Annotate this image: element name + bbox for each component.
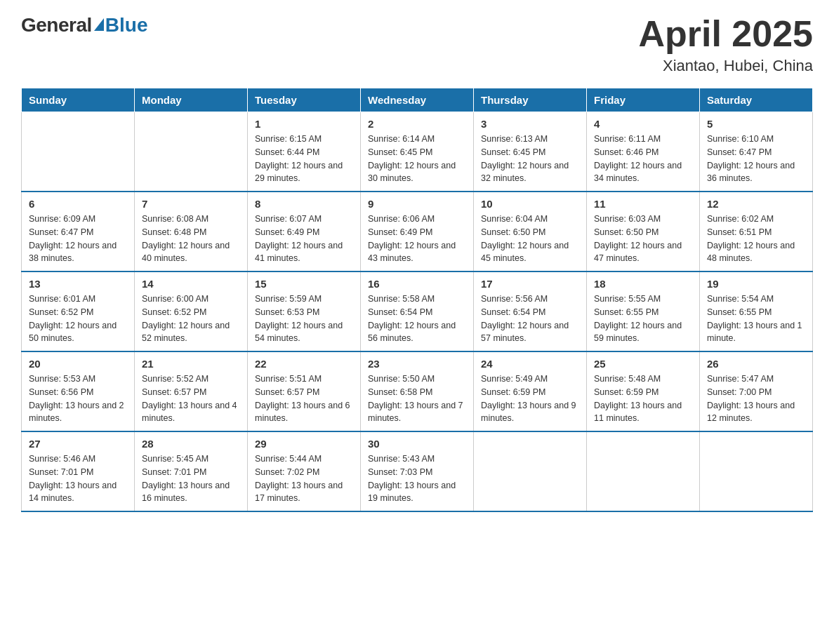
calendar-day-cell: 27Sunrise: 5:46 AMSunset: 7:01 PMDayligh…	[22, 431, 135, 511]
calendar-day-cell: 2Sunrise: 6:14 AMSunset: 6:45 PMDaylight…	[361, 112, 474, 192]
day-number: 18	[594, 278, 692, 290]
calendar-day-cell: 30Sunrise: 5:43 AMSunset: 7:03 PMDayligh…	[361, 431, 474, 511]
sun-info: Sunrise: 5:47 AMSunset: 7:00 PMDaylight:…	[707, 373, 805, 425]
sun-info: Sunrise: 5:43 AMSunset: 7:03 PMDaylight:…	[368, 452, 466, 505]
calendar-day-cell: 24Sunrise: 5:49 AMSunset: 6:59 PMDayligh…	[474, 351, 587, 431]
calendar-day-cell: 25Sunrise: 5:48 AMSunset: 6:59 PMDayligh…	[587, 351, 700, 431]
calendar-day-cell	[22, 112, 135, 192]
day-number: 24	[481, 358, 579, 370]
weekday-header-wednesday: Wednesday	[361, 88, 474, 112]
day-number: 12	[707, 198, 805, 210]
calendar-day-cell: 20Sunrise: 5:53 AMSunset: 6:56 PMDayligh…	[22, 351, 135, 431]
weekday-header-row: SundayMondayTuesdayWednesdayThursdayFrid…	[22, 88, 813, 112]
calendar-day-cell: 22Sunrise: 5:51 AMSunset: 6:57 PMDayligh…	[248, 351, 361, 431]
calendar-week-row: 1Sunrise: 6:15 AMSunset: 6:44 PMDaylight…	[22, 112, 813, 192]
calendar-header: SundayMondayTuesdayWednesdayThursdayFrid…	[22, 88, 813, 112]
sun-info: Sunrise: 6:15 AMSunset: 6:44 PMDaylight:…	[255, 133, 353, 185]
sun-info: Sunrise: 6:00 AMSunset: 6:52 PMDaylight:…	[142, 293, 240, 345]
sun-info: Sunrise: 6:13 AMSunset: 6:45 PMDaylight:…	[481, 133, 579, 185]
sun-info: Sunrise: 5:54 AMSunset: 6:55 PMDaylight:…	[707, 293, 805, 345]
day-number: 11	[594, 198, 692, 210]
sun-info: Sunrise: 5:45 AMSunset: 7:01 PMDaylight:…	[142, 452, 240, 505]
day-number: 26	[707, 358, 805, 370]
calendar-day-cell: 3Sunrise: 6:13 AMSunset: 6:45 PMDaylight…	[474, 112, 587, 192]
day-number: 15	[255, 278, 353, 290]
calendar-table: SundayMondayTuesdayWednesdayThursdayFrid…	[21, 88, 813, 512]
calendar-day-cell: 8Sunrise: 6:07 AMSunset: 6:49 PMDaylight…	[248, 192, 361, 271]
calendar-day-cell	[474, 431, 587, 511]
logo-blue-text: Blue	[105, 14, 148, 36]
page-title: April 2025	[638, 14, 813, 54]
page-subtitle: Xiantao, Hubei, China	[638, 57, 813, 75]
sun-info: Sunrise: 5:50 AMSunset: 6:58 PMDaylight:…	[368, 373, 466, 425]
sun-info: Sunrise: 6:04 AMSunset: 6:50 PMDaylight:…	[481, 213, 579, 265]
sun-info: Sunrise: 5:56 AMSunset: 6:54 PMDaylight:…	[481, 293, 579, 345]
day-number: 28	[142, 438, 240, 450]
day-number: 20	[29, 358, 127, 370]
sun-info: Sunrise: 5:46 AMSunset: 7:01 PMDaylight:…	[29, 452, 127, 505]
calendar-day-cell: 29Sunrise: 5:44 AMSunset: 7:02 PMDayligh…	[248, 431, 361, 511]
weekday-header-saturday: Saturday	[700, 88, 813, 112]
calendar-day-cell: 10Sunrise: 6:04 AMSunset: 6:50 PMDayligh…	[474, 192, 587, 271]
logo-general-text: General	[21, 14, 92, 36]
calendar-day-cell	[587, 431, 700, 511]
day-number: 7	[142, 198, 240, 210]
day-number: 3	[481, 118, 579, 130]
weekday-header-monday: Monday	[135, 88, 248, 112]
day-number: 8	[255, 198, 353, 210]
calendar-day-cell: 14Sunrise: 6:00 AMSunset: 6:52 PMDayligh…	[135, 271, 248, 351]
calendar-day-cell: 15Sunrise: 5:59 AMSunset: 6:53 PMDayligh…	[248, 271, 361, 351]
sun-info: Sunrise: 6:11 AMSunset: 6:46 PMDaylight:…	[594, 133, 692, 185]
sun-info: Sunrise: 5:44 AMSunset: 7:02 PMDaylight:…	[255, 452, 353, 505]
day-number: 2	[368, 118, 466, 130]
sun-info: Sunrise: 5:55 AMSunset: 6:55 PMDaylight:…	[594, 293, 692, 345]
sun-info: Sunrise: 6:10 AMSunset: 6:47 PMDaylight:…	[707, 133, 805, 185]
day-number: 13	[29, 278, 127, 290]
logo: General Blue	[21, 14, 147, 36]
day-number: 6	[29, 198, 127, 210]
day-number: 19	[707, 278, 805, 290]
sun-info: Sunrise: 6:02 AMSunset: 6:51 PMDaylight:…	[707, 213, 805, 265]
sun-info: Sunrise: 5:49 AMSunset: 6:59 PMDaylight:…	[481, 373, 579, 425]
sun-info: Sunrise: 5:52 AMSunset: 6:57 PMDaylight:…	[142, 373, 240, 425]
sun-info: Sunrise: 6:03 AMSunset: 6:50 PMDaylight:…	[594, 213, 692, 265]
sun-info: Sunrise: 5:51 AMSunset: 6:57 PMDaylight:…	[255, 373, 353, 425]
calendar-day-cell: 28Sunrise: 5:45 AMSunset: 7:01 PMDayligh…	[135, 431, 248, 511]
day-number: 27	[29, 438, 127, 450]
calendar-day-cell: 19Sunrise: 5:54 AMSunset: 6:55 PMDayligh…	[700, 271, 813, 351]
weekday-header-sunday: Sunday	[22, 88, 135, 112]
day-number: 29	[255, 438, 353, 450]
day-number: 9	[368, 198, 466, 210]
sun-info: Sunrise: 5:53 AMSunset: 6:56 PMDaylight:…	[29, 373, 127, 425]
header: General Blue April 2025 Xiantao, Hubei, …	[21, 14, 813, 75]
weekday-header-tuesday: Tuesday	[248, 88, 361, 112]
calendar-day-cell: 23Sunrise: 5:50 AMSunset: 6:58 PMDayligh…	[361, 351, 474, 431]
calendar-day-cell: 9Sunrise: 6:06 AMSunset: 6:49 PMDaylight…	[361, 192, 474, 271]
calendar-day-cell	[700, 431, 813, 511]
weekday-header-thursday: Thursday	[474, 88, 587, 112]
day-number: 25	[594, 358, 692, 370]
day-number: 17	[481, 278, 579, 290]
calendar-week-row: 13Sunrise: 6:01 AMSunset: 6:52 PMDayligh…	[22, 271, 813, 351]
day-number: 21	[142, 358, 240, 370]
day-number: 16	[368, 278, 466, 290]
day-number: 30	[368, 438, 466, 450]
calendar-day-cell: 6Sunrise: 6:09 AMSunset: 6:47 PMDaylight…	[22, 192, 135, 271]
day-number: 22	[255, 358, 353, 370]
calendar-day-cell: 5Sunrise: 6:10 AMSunset: 6:47 PMDaylight…	[700, 112, 813, 192]
calendar-body: 1Sunrise: 6:15 AMSunset: 6:44 PMDaylight…	[22, 112, 813, 512]
day-number: 4	[594, 118, 692, 130]
sun-info: Sunrise: 6:09 AMSunset: 6:47 PMDaylight:…	[29, 213, 127, 265]
calendar-day-cell: 12Sunrise: 6:02 AMSunset: 6:51 PMDayligh…	[700, 192, 813, 271]
sun-info: Sunrise: 5:59 AMSunset: 6:53 PMDaylight:…	[255, 293, 353, 345]
sun-info: Sunrise: 6:14 AMSunset: 6:45 PMDaylight:…	[368, 133, 466, 185]
calendar-day-cell: 26Sunrise: 5:47 AMSunset: 7:00 PMDayligh…	[700, 351, 813, 431]
sun-info: Sunrise: 5:58 AMSunset: 6:54 PMDaylight:…	[368, 293, 466, 345]
calendar-week-row: 27Sunrise: 5:46 AMSunset: 7:01 PMDayligh…	[22, 431, 813, 511]
calendar-day-cell: 1Sunrise: 6:15 AMSunset: 6:44 PMDaylight…	[248, 112, 361, 192]
title-block: April 2025 Xiantao, Hubei, China	[638, 14, 813, 75]
calendar-day-cell: 7Sunrise: 6:08 AMSunset: 6:48 PMDaylight…	[135, 192, 248, 271]
day-number: 1	[255, 118, 353, 130]
sun-info: Sunrise: 6:07 AMSunset: 6:49 PMDaylight:…	[255, 213, 353, 265]
calendar-day-cell: 18Sunrise: 5:55 AMSunset: 6:55 PMDayligh…	[587, 271, 700, 351]
